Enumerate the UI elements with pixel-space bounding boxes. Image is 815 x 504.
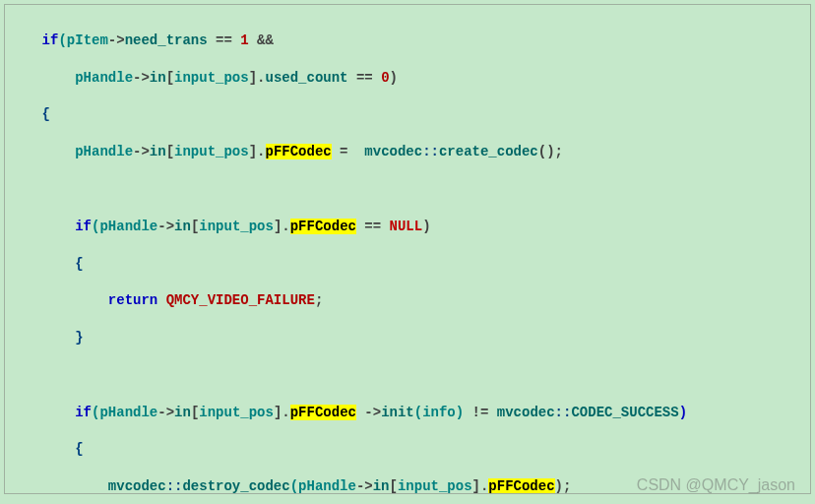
code-line: { <box>9 440 806 459</box>
keyword-if: if <box>42 32 59 48</box>
code-line: return QMCY_VIDEO_FAILURE; <box>9 291 806 310</box>
code-line: mvcodec::destroy_codec(pHandle->in[input… <box>9 477 806 494</box>
code-block: if(pItem->need_trans == 1 && pHandle->in… <box>4 4 811 494</box>
highlight-pffcodec: pFFCodec <box>266 144 332 159</box>
code-line: } <box>9 329 806 347</box>
code-line: if(pHandle->in[input_pos].pFFCodec == NU… <box>9 218 806 236</box>
code-line: if(pHandle->in[input_pos].pFFCodec ->ini… <box>9 404 806 422</box>
code-line: pHandle->in[input_pos].used_count == 0) <box>9 69 806 88</box>
highlight-pffcodec: pFFCodec <box>290 219 356 234</box>
code-line <box>9 366 806 385</box>
code-line <box>9 180 806 199</box>
code-line: { <box>9 105 806 124</box>
code-line: pHandle->in[input_pos].pFFCodec = mvcode… <box>9 143 806 161</box>
code-line: { <box>9 255 806 274</box>
code-line: if(pItem->need_trans == 1 && <box>9 32 806 50</box>
highlight-pffcodec: pFFCodec <box>290 405 356 420</box>
highlight-pffcodec: pFFCodec <box>488 478 554 494</box>
